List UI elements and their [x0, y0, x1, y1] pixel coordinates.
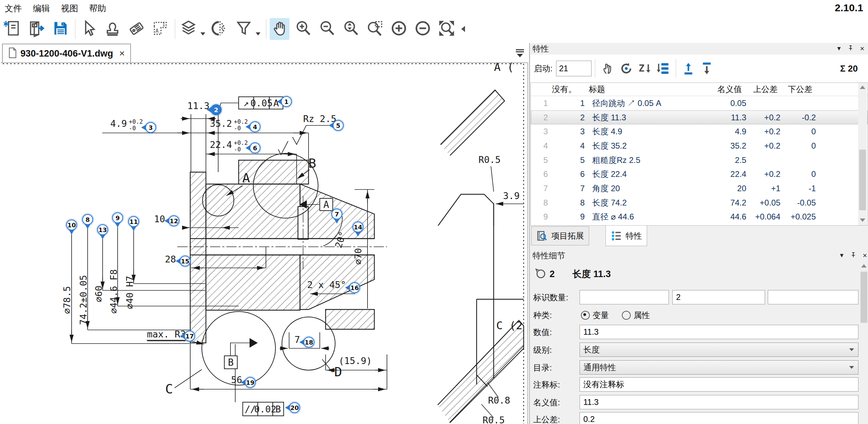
table-row[interactable]: 77角度 2020+1-1	[531, 181, 868, 196]
menu-edit[interactable]: 编辑	[28, 0, 55, 17]
close-panel-icon[interactable]: ×	[859, 251, 868, 260]
characteristic-title: 长度 11.3	[572, 268, 611, 280]
svg-text:9: 9	[116, 214, 120, 222]
zoom-fit-button[interactable]	[437, 18, 457, 40]
svg-text:19: 19	[246, 379, 254, 386]
layers-dropdown-icon[interactable]	[200, 32, 205, 35]
pin-icon[interactable]	[848, 252, 859, 260]
svg-text:2: 2	[214, 106, 219, 113]
menu-file[interactable]: 文件	[0, 0, 27, 17]
open-document-button[interactable]	[27, 18, 46, 40]
scroll-thumb[interactable]	[859, 150, 866, 210]
filter-dropdown-icon[interactable]	[256, 32, 260, 35]
col-nominal[interactable]: 名义值	[711, 84, 748, 95]
filter-button[interactable]	[234, 18, 254, 40]
list-order-icon[interactable]	[655, 61, 671, 76]
tag-button[interactable]	[126, 18, 146, 40]
col-title[interactable]: 标题	[587, 84, 711, 95]
catalog-label: 目录:	[533, 362, 552, 373]
note-row: 注释标:	[530, 377, 868, 392]
radio-attribute[interactable]	[622, 311, 631, 320]
tab-list-button[interactable]	[514, 48, 526, 58]
svg-text:1: 1	[162, 21, 165, 28]
z-order-icon[interactable]: Z	[637, 61, 653, 76]
table-header-row: 没有。 标题 名义值 上公差 下公差	[531, 83, 868, 96]
pick-balloon-icon[interactable]	[600, 61, 616, 76]
mirror-view-button[interactable]	[210, 18, 230, 40]
document-tab[interactable]: 930-1200-406-V1.dwg ×	[2, 44, 131, 63]
scroll-down-icon[interactable]	[860, 218, 865, 222]
radio-attribute-label: 属性	[633, 311, 650, 320]
id-count-input-3[interactable]	[768, 290, 858, 304]
zoom-vertical-button[interactable]	[341, 18, 361, 40]
kind-label: 种类:	[533, 310, 552, 321]
radio-variable[interactable]	[581, 311, 590, 320]
svg-text:Z: Z	[639, 63, 644, 74]
menu-view[interactable]: 视图	[56, 0, 83, 17]
pan-button[interactable]	[270, 18, 289, 40]
panel-menu-icon[interactable]: ▼	[836, 252, 848, 259]
zoom-in-button[interactable]	[294, 18, 313, 40]
table-row[interactable]: 88长度 74.274.2+0.05-0.05	[531, 196, 868, 210]
toolbar-separator	[75, 19, 75, 39]
class-select[interactable]: 长度	[580, 343, 858, 357]
close-tab-icon[interactable]: ×	[119, 48, 125, 59]
col-upper[interactable]: 上公差	[748, 84, 782, 95]
menu-help[interactable]: 帮助	[84, 0, 111, 17]
decrease-button[interactable]	[413, 18, 433, 40]
note-input[interactable]	[580, 377, 858, 392]
layers-button[interactable]	[179, 18, 198, 40]
table-row[interactable]: 55粗糙度Rz 2.52.5	[531, 153, 868, 167]
increase-button[interactable]	[389, 18, 409, 40]
table-row[interactable]: 44长度 35.235.2+0.20	[531, 139, 868, 153]
chevron-down-icon	[849, 348, 854, 351]
table-row[interactable]: 99直径 ⌀ 44.644.6+0.064+0.025	[531, 210, 868, 224]
tab-characteristics[interactable]: 特性	[605, 226, 647, 246]
scroll-up-icon[interactable]	[861, 264, 867, 268]
id-count-input-2[interactable]	[672, 290, 765, 304]
sum-count: Σ 20	[840, 63, 858, 74]
table-row[interactable]: 22长度 11.311.3+0.2-0.2	[531, 110, 868, 125]
details-scrollbar[interactable]	[860, 261, 868, 424]
new-document-button[interactable]	[3, 18, 23, 40]
upper-tolerance-input[interactable]	[580, 412, 858, 424]
col-lower[interactable]: 下公差	[782, 84, 818, 95]
svg-text:7: 7	[335, 211, 339, 218]
renumber-icon[interactable]	[618, 61, 634, 76]
scroll-thumb[interactable]	[860, 272, 867, 323]
open-document-icon	[28, 19, 45, 39]
pin-icon[interactable]	[845, 45, 856, 53]
stamp-button[interactable]	[103, 18, 122, 40]
table-row[interactable]: 33长度 4.94.9+0.20	[531, 124, 868, 139]
details-panel-title: 特性细节	[533, 250, 565, 261]
layers-icon	[180, 19, 197, 39]
drawing-canvas[interactable]	[1, 62, 528, 424]
save-icon	[51, 19, 69, 39]
table-row[interactable]: 66长度 22.422.4+0.20	[531, 167, 868, 181]
select-cursor-button[interactable]	[79, 18, 99, 40]
cursor-icon	[80, 19, 98, 39]
move-bottom-icon[interactable]	[699, 61, 715, 76]
value-label: 数值:	[533, 327, 552, 338]
svg-text:10: 10	[67, 222, 76, 229]
toolbar-collapse-icon[interactable]	[461, 26, 465, 32]
catalog-select[interactable]: 通用特性	[580, 360, 858, 375]
zoom-out-button[interactable]	[317, 18, 337, 40]
zoom-window-button[interactable]	[365, 18, 385, 40]
id-count-input-1[interactable]	[580, 290, 669, 304]
col-number[interactable]: 没有。	[550, 84, 587, 95]
close-panel-icon[interactable]: ×	[856, 44, 868, 53]
save-button[interactable]	[50, 18, 70, 40]
panel-menu-icon[interactable]: ▼	[833, 45, 845, 52]
value-input[interactable]	[580, 325, 858, 339]
move-top-icon[interactable]	[681, 61, 697, 76]
scroll-up-icon[interactable]	[860, 86, 865, 89]
table-scrollbar[interactable]	[858, 83, 867, 225]
capture-region-button[interactable]: A 1	[150, 18, 170, 40]
svg-text:3: 3	[149, 124, 153, 131]
tab-project-expand[interactable]: 项目拓展	[531, 226, 589, 245]
start-number-input[interactable]	[556, 61, 592, 76]
svg-text:13: 13	[98, 226, 107, 233]
table-row[interactable]: 11径向跳动 ↗ 0.05 A0.05	[531, 96, 868, 110]
nominal-input[interactable]	[580, 395, 858, 409]
